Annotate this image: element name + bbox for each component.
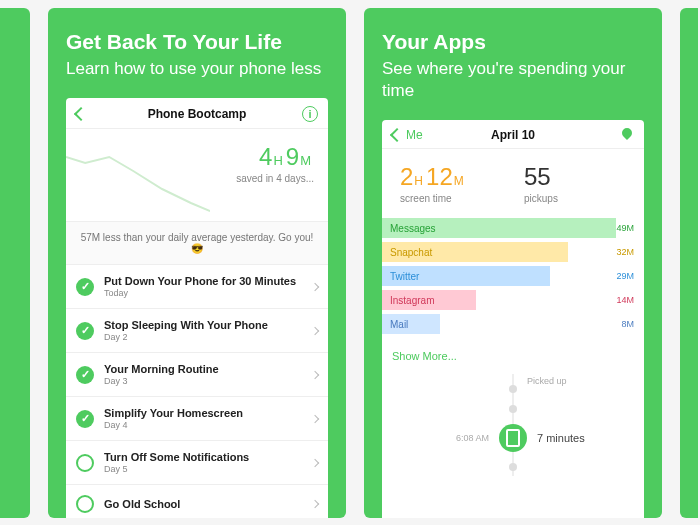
task-row[interactable]: Go Old School	[66, 485, 328, 518]
chevron-right-icon	[311, 326, 319, 334]
panel-title: Your Apps	[382, 30, 644, 54]
chevron-right-icon	[311, 458, 319, 466]
app-bar-row[interactable]: Twitter29M	[382, 266, 644, 286]
chevron-right-icon	[311, 282, 319, 290]
app-bar: Instagram	[382, 290, 476, 310]
app-bar-row[interactable]: Messages49M	[382, 218, 644, 238]
app-bar-row[interactable]: Mail8M	[382, 314, 644, 334]
task-title: Turn Off Some Notifications	[104, 451, 312, 463]
check-pending-icon	[76, 454, 94, 472]
metric-pickups: 55 pickups	[506, 163, 630, 204]
app-bar-row[interactable]: Instagram14M	[382, 290, 644, 310]
task-sub: Day 2	[104, 332, 312, 342]
check-done-icon	[76, 322, 94, 340]
check-done-icon	[76, 278, 94, 296]
chevron-right-icon	[311, 370, 319, 378]
timeline-dot	[509, 385, 517, 393]
callout-banner: 57M less than your daily average yesterd…	[66, 221, 328, 265]
task-title: Go Old School	[104, 498, 312, 510]
prev-panel-sliver	[0, 8, 30, 518]
panel-subtitle: Learn how to use your phone less	[66, 58, 328, 80]
app-bar-value: 8M	[621, 319, 644, 329]
saved-sub: saved in 4 days...	[236, 173, 314, 184]
check-done-icon	[76, 366, 94, 384]
task-sub: Day 5	[104, 464, 312, 474]
app-bar: Messages	[382, 218, 616, 238]
app-bar-value: 49M	[616, 223, 644, 233]
task-title: Simplify Your Homescreen	[104, 407, 312, 419]
timeline-dot	[509, 463, 517, 471]
task-row[interactable]: Your Morning RoutineDay 3	[66, 353, 328, 397]
timeline-time: 6:08 AM	[456, 433, 489, 443]
panel-bootcamp: Get Back To Your Life Learn how to use y…	[48, 8, 346, 518]
nav-title: Phone Bootcamp	[110, 107, 284, 121]
saved-minutes: 9	[286, 143, 299, 170]
task-title: Stop Sleeping With Your Phone	[104, 319, 312, 331]
show-more-link[interactable]: Show More...	[382, 344, 644, 368]
task-row[interactable]: Stop Sleeping With Your PhoneDay 2	[66, 309, 328, 353]
metric-screen-time: 2H12M screen time	[400, 163, 506, 204]
task-row[interactable]: Turn Off Some NotificationsDay 5	[66, 441, 328, 485]
task-sub: Day 3	[104, 376, 312, 386]
app-bar: Twitter	[382, 266, 550, 286]
app-bar-value: 32M	[616, 247, 644, 257]
panel-apps: Your Apps See where you're spending your…	[364, 8, 662, 518]
chevron-right-icon	[311, 414, 319, 422]
task-row[interactable]: Simplify Your HomescreenDay 4	[66, 397, 328, 441]
info-icon[interactable]: i	[302, 106, 318, 122]
saved-hours: 4	[259, 143, 272, 170]
timeline-duration: 7 minutes	[537, 432, 585, 444]
app-bar: Mail	[382, 314, 440, 334]
phone-frame-apps: Me April 10 2H12M screen time 55 pickups…	[382, 120, 644, 518]
nav-bar: Me April 10	[382, 120, 644, 149]
check-done-icon	[76, 410, 94, 428]
app-bar: Snapchat	[382, 242, 568, 262]
saved-time-chart: 4H9M saved in 4 days...	[66, 129, 328, 221]
nav-bar: Phone Bootcamp i	[66, 98, 328, 129]
phone-frame-bootcamp: Phone Bootcamp i 4H9M saved in 4 days...…	[66, 98, 328, 518]
task-title: Your Morning Routine	[104, 363, 312, 375]
back-label[interactable]: Me	[406, 128, 423, 142]
check-pending-icon	[76, 495, 94, 513]
app-bars: Messages49MSnapchat32MTwitter29MInstagra…	[382, 218, 644, 344]
panel-subtitle: See where you're spending your time	[382, 58, 644, 102]
task-row[interactable]: Put Down Your Phone for 30 MinutesToday	[66, 265, 328, 309]
task-sub: Day 4	[104, 420, 312, 430]
metrics-row: 2H12M screen time 55 pickups	[382, 149, 644, 218]
back-icon[interactable]	[74, 107, 88, 121]
task-sub: Today	[104, 288, 312, 298]
timeline-dot	[509, 405, 517, 413]
pickup-timeline: Picked up 6:08 AM 7 minutes	[382, 368, 644, 476]
phone-icon	[499, 424, 527, 452]
task-list: Put Down Your Phone for 30 MinutesTodayS…	[66, 265, 328, 518]
nav-title: April 10	[426, 128, 600, 142]
chevron-right-icon	[311, 500, 319, 508]
app-bar-value: 29M	[616, 271, 644, 281]
back-icon[interactable]	[390, 128, 404, 142]
pickup-label: Picked up	[527, 376, 567, 386]
location-icon[interactable]	[620, 128, 634, 142]
app-bar-row[interactable]: Snapchat32M	[382, 242, 644, 262]
saved-stat: 4H9M saved in 4 days...	[236, 143, 314, 184]
next-panel-sliver	[680, 8, 698, 518]
task-title: Put Down Your Phone for 30 Minutes	[104, 275, 312, 287]
spark-line	[66, 129, 210, 221]
panel-title: Get Back To Your Life	[66, 30, 328, 54]
app-bar-value: 14M	[616, 295, 644, 305]
